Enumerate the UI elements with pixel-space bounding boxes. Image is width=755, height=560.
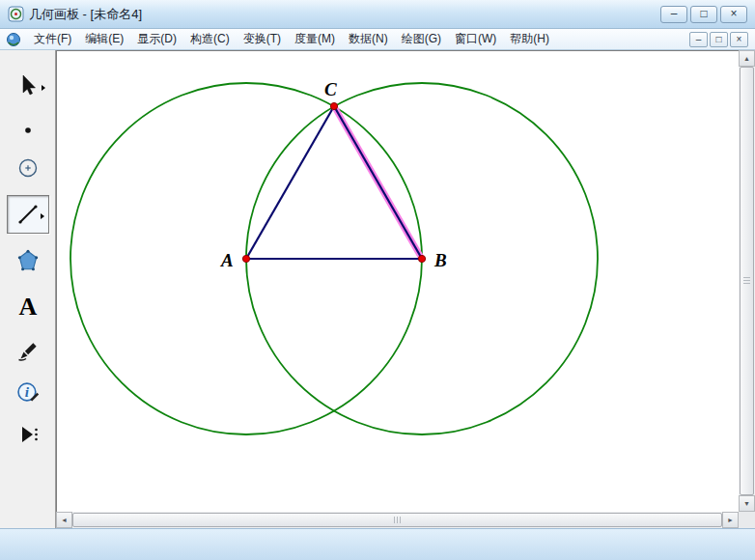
submenu-arrow-icon [42,85,45,91]
menu-item-window[interactable]: 窗口(W) [448,28,503,50]
text-tool-icon: A [19,294,38,320]
custom-tool-icon [15,422,41,447]
marker-tool[interactable] [7,331,49,370]
maximize-icon: □ [700,8,707,19]
point-B[interactable] [418,255,425,262]
menu-item-help[interactable]: 帮助(H) [503,28,556,50]
information-tool[interactable]: i [7,373,49,411]
horizontal-scrollbar[interactable]: ◄ ► [56,512,739,528]
menu-item-transform[interactable]: 变换(T) [237,28,288,50]
mdi-minimize-icon: – [696,35,702,44]
scrollbar-corner [739,512,755,528]
point-B-label: B [433,250,447,270]
marker-pen-icon [16,339,40,362]
title-bar: 几何画板 - [未命名4] – □ × [0,0,755,29]
menu-item-graph[interactable]: 绘图(G) [395,28,448,50]
point-A[interactable] [242,255,249,262]
mdi-window-controls: – □ × [689,32,751,47]
scroll-up-button[interactable]: ▲ [739,50,755,67]
point-tool[interactable] [7,111,49,150]
compass-tool[interactable] [7,149,49,187]
scroll-left-button[interactable]: ◄ [56,512,72,528]
tool-palette: A i [0,50,56,528]
submenu-arrow-icon [41,213,44,219]
menu-item-file[interactable]: 文件(F) [27,28,78,50]
polygon-icon [15,248,41,273]
geometry-drawing: ABC [56,50,739,512]
compass-circle-icon [16,156,40,180]
point-C[interactable] [330,102,337,109]
menu-bar: 文件(F) 编辑(E) 显示(D) 构造(C) 变换(T) 度量(M) 数据(N… [0,29,755,50]
point-icon [16,119,40,142]
segment-AC[interactable] [246,106,334,259]
horizontal-scroll-track[interactable] [72,512,722,528]
vertical-scrollbar[interactable]: ▲ ▼ [739,50,755,512]
menu-item-edit[interactable]: 编辑(E) [78,28,130,50]
scroll-down-button[interactable]: ▼ [739,495,755,512]
text-tool[interactable]: A [7,288,49,326]
menu-item-construct[interactable]: 构造(C) [183,28,237,50]
vertical-scroll-thumb[interactable] [740,67,754,495]
menu-item-display[interactable]: 显示(D) [130,28,183,50]
mdi-close-button[interactable]: × [730,32,748,47]
scroll-right-button[interactable]: ► [722,512,739,528]
menu-item-measure[interactable]: 度量(M) [288,28,342,50]
window-controls: – □ × [660,6,749,23]
scroll-right-icon: ► [727,517,734,523]
app-window: 几何画板 - [未命名4] – □ × 文件(F) 编辑(E) 显示(D) 构造… [0,0,755,560]
document-icon [6,32,21,47]
mdi-restore-icon: □ [715,35,721,44]
point-C-label: C [324,79,337,99]
straightedge-icon [16,203,40,226]
point-A-label: A [220,250,234,270]
horizontal-scroll-thumb[interactable] [72,513,722,527]
status-bar [0,528,755,560]
sketch-canvas[interactable]: ABC [56,50,739,512]
mdi-minimize-button[interactable]: – [689,32,708,47]
information-icon: i [15,379,41,405]
close-button[interactable]: × [720,6,747,23]
app-icon [8,6,24,22]
polygon-tool[interactable] [7,241,49,280]
minimize-button[interactable]: – [660,6,687,23]
menu-item-data[interactable]: 数据(N) [342,28,395,50]
segment-CB[interactable] [334,106,422,259]
custom-tool[interactable] [7,415,49,454]
maximize-button[interactable]: □ [690,6,717,23]
window-title: 几何画板 - [未命名4] [29,6,142,23]
selection-arrow-icon [16,73,40,97]
scroll-up-icon: ▲ [743,55,750,62]
vertical-scroll-track[interactable] [739,67,755,495]
scroll-down-icon: ▼ [743,500,750,507]
mdi-close-icon: × [737,35,742,44]
mdi-restore-button[interactable]: □ [710,32,728,47]
close-icon: × [730,8,737,19]
selection-arrow-tool[interactable] [7,66,49,104]
straightedge-tool[interactable] [7,195,49,234]
scroll-left-icon: ◄ [61,517,68,523]
minimize-icon: – [671,8,678,19]
